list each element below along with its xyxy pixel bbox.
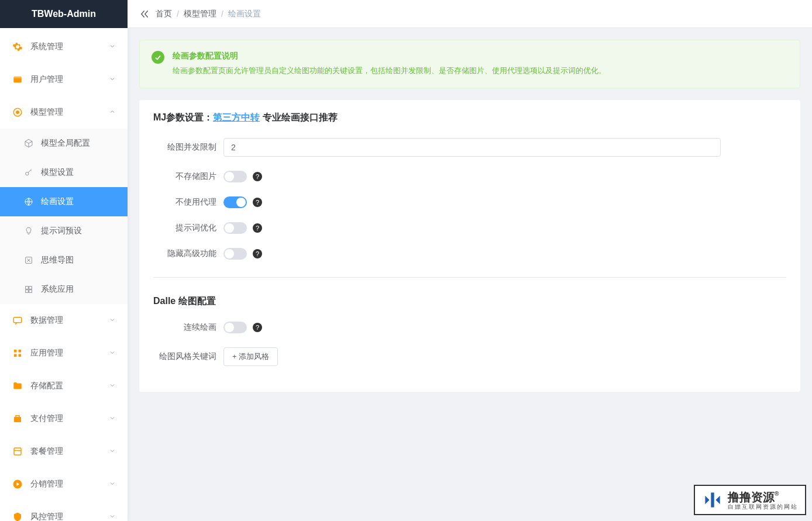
- watermark-reg: ®: [775, 491, 779, 497]
- subitem-label: 系统应用: [41, 284, 74, 295]
- watermark-text: 撸撸资源® 白嫖互联网资源的网站: [728, 491, 798, 510]
- chevron-down-icon: [109, 512, 116, 521]
- continuous-switch[interactable]: [223, 322, 247, 333]
- collapse-button[interactable]: [139, 9, 150, 19]
- grid-icon: [23, 284, 34, 295]
- svg-point-3: [16, 111, 19, 114]
- chevron-down-icon: [109, 381, 116, 391]
- chevron-down-icon: [109, 414, 116, 423]
- svg-rect-13: [19, 350, 22, 353]
- menu-label: 套餐管理: [30, 446, 63, 457]
- model-icon: [12, 106, 23, 118]
- svg-rect-12: [14, 350, 17, 353]
- sidebar-item-system[interactable]: 系统管理: [0, 30, 128, 63]
- sidebar: TBWeb-Admin 系统管理 用户管理 模型管理 模型全局配置: [0, 0, 128, 521]
- svg-rect-9: [26, 290, 29, 293]
- row-no-proxy: 不使用代理 ?: [153, 196, 786, 208]
- subitem-mindmap[interactable]: 思维导图: [0, 246, 128, 275]
- alert-body: 绘画参数配置说明 绘画参数配置页面允许管理员自定义绘图功能的关键设置，包括绘图并…: [173, 51, 788, 77]
- breadcrumb-sep: /: [221, 9, 223, 19]
- breadcrumb-parent[interactable]: 模型管理: [184, 9, 216, 19]
- sidebar-item-user[interactable]: 用户管理: [0, 63, 128, 96]
- logo: TBWeb-Admin: [0, 0, 128, 28]
- no-proxy-switch[interactable]: [223, 196, 247, 208]
- menu-label: 系统管理: [30, 42, 63, 52]
- svg-point-4: [26, 172, 29, 175]
- user-card-icon: [12, 74, 23, 85]
- help-icon[interactable]: ?: [253, 323, 262, 332]
- alert-description: 绘画参数配置页面允许管理员自定义绘图功能的关键设置，包括绘图并发限制、是否存储图…: [173, 65, 788, 77]
- no-store-switch[interactable]: [223, 171, 247, 182]
- payment-icon: [12, 413, 23, 425]
- apps-icon: [12, 347, 23, 359]
- style-label: 绘图风格关键词: [153, 351, 223, 362]
- subitem-label: 提示词预设: [41, 226, 82, 236]
- dalle-section-title: Dalle 绘图配置: [153, 295, 786, 308]
- subitem-prompt-preset[interactable]: 提示词预设: [0, 216, 128, 246]
- chat-icon: [12, 315, 23, 326]
- no-store-label: 不存储图片: [153, 171, 223, 182]
- success-icon: [152, 51, 164, 64]
- mj-heading-prefix: MJ参数设置：: [153, 112, 213, 122]
- continuous-label: 连续绘画: [153, 322, 223, 333]
- sidebar-item-risk[interactable]: 风控管理: [0, 501, 128, 521]
- row-concurrency: 绘图并发限制: [153, 138, 786, 157]
- help-icon[interactable]: ?: [253, 223, 262, 233]
- chevron-down-icon: [109, 316, 116, 325]
- key-icon: [23, 167, 34, 178]
- subitem-system-app[interactable]: 系统应用: [0, 275, 128, 304]
- shield-icon: [12, 511, 23, 521]
- row-style-keywords: 绘图风格关键词 + 添加风格: [153, 347, 786, 366]
- watermark: 撸撸资源® 白嫖互联网资源的网站: [694, 485, 806, 515]
- svg-rect-19: [711, 492, 714, 507]
- sidebar-item-package[interactable]: 套餐管理: [0, 435, 128, 468]
- subitem-label: 思维导图: [41, 255, 74, 265]
- chevron-up-icon: [109, 108, 116, 117]
- menu-label: 分销管理: [30, 479, 63, 489]
- subitem-model-settings[interactable]: 模型设置: [0, 158, 128, 187]
- hide-adv-switch[interactable]: [223, 248, 247, 260]
- sidebar-item-distribution[interactable]: 分销管理: [0, 468, 128, 501]
- chevron-down-icon: [109, 447, 116, 456]
- sidebar-item-model[interactable]: 模型管理: [0, 96, 128, 129]
- add-style-button[interactable]: + 添加风格: [223, 347, 278, 366]
- sidebar-item-data[interactable]: 数据管理: [0, 304, 128, 337]
- svg-rect-16: [14, 417, 21, 422]
- subitem-label: 模型设置: [41, 167, 74, 178]
- menu-label: 风控管理: [30, 512, 63, 521]
- chevron-down-icon: [109, 479, 116, 489]
- menu-label: 支付管理: [30, 413, 63, 424]
- topbar: 首页 / 模型管理 / 绘画设置: [128, 0, 812, 28]
- watermark-main: 撸撸资源: [728, 491, 775, 503]
- svg-rect-10: [29, 290, 32, 293]
- breadcrumb-current: 绘画设置: [228, 9, 261, 19]
- gear-icon: [12, 41, 23, 53]
- sidebar-item-storage[interactable]: 存储配置: [0, 370, 128, 402]
- settings-card: MJ参数设置：第三方中转 专业绘画接口推荐 绘图并发限制 不存储图片 ?: [139, 100, 800, 392]
- subitem-model-global[interactable]: 模型全局配置: [0, 129, 128, 158]
- help-icon[interactable]: ?: [253, 249, 262, 258]
- breadcrumb-home[interactable]: 首页: [156, 9, 172, 19]
- sidebar-item-payment[interactable]: 支付管理: [0, 402, 128, 435]
- svg-rect-15: [19, 354, 22, 357]
- breadcrumb-sep: /: [177, 9, 179, 19]
- mj-heading-link[interactable]: 第三方中转: [213, 112, 260, 122]
- menu-label: 用户管理: [30, 74, 63, 85]
- subitem-drawing-settings[interactable]: 绘画设置: [0, 187, 128, 216]
- menu-label: 应用管理: [30, 348, 63, 358]
- concurrency-input[interactable]: [223, 138, 721, 157]
- send-icon: [12, 478, 23, 490]
- subitem-label: 模型全局配置: [41, 138, 90, 149]
- main: 首页 / 模型管理 / 绘画设置 绘画参数配置说明 绘画参数配置页面允许管理员自…: [128, 0, 812, 521]
- sidebar-item-app[interactable]: 应用管理: [0, 337, 128, 370]
- row-hide-adv: 隐藏高级功能 ?: [153, 248, 786, 260]
- bulb-icon: [23, 226, 34, 236]
- help-icon[interactable]: ?: [253, 198, 262, 207]
- row-prompt-opt: 提示词优化 ?: [153, 222, 786, 234]
- prompt-opt-label: 提示词优化: [153, 223, 223, 233]
- breadcrumb: 首页 / 模型管理 / 绘画设置: [156, 9, 261, 19]
- chevron-down-icon: [109, 75, 116, 84]
- help-icon[interactable]: ?: [253, 172, 262, 181]
- no-proxy-label: 不使用代理: [153, 197, 223, 208]
- prompt-opt-switch[interactable]: [223, 222, 247, 234]
